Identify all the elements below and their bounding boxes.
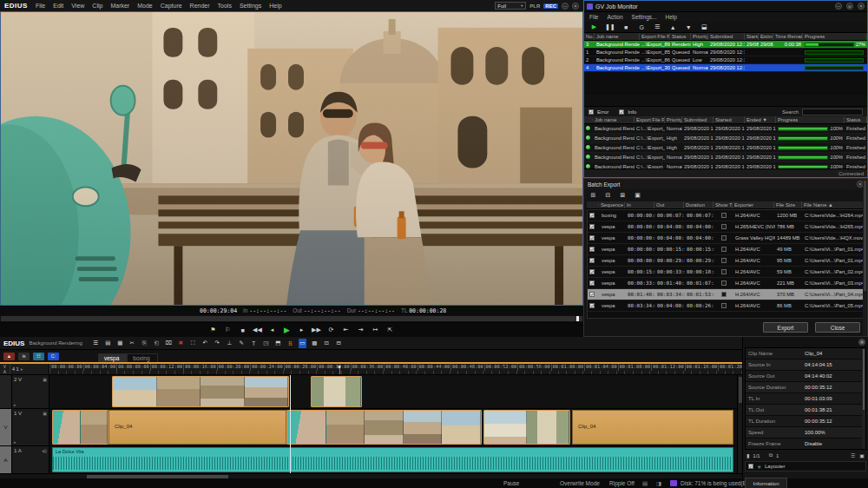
ripple-mode-label[interactable]: Ripple Off: [609, 480, 635, 486]
menu-item[interactable]: Settings: [240, 3, 261, 9]
show-tc-checkbox[interactable]: ✓: [721, 247, 727, 252]
show-tc-checkbox[interactable]: ✓: [721, 235, 727, 241]
track-expand-icon[interactable]: ▸: [14, 402, 16, 407]
menu-item[interactable]: Help: [269, 3, 281, 9]
track-expand-icon[interactable]: ▸: [14, 439, 16, 445]
preview-minimize-button[interactable]: –: [562, 3, 569, 10]
title-tool-icon[interactable]: T: [250, 339, 258, 348]
jm-menu-item[interactable]: Help: [665, 14, 676, 20]
Background Rendering...[interactable]: 2 Background Rendering... ...\Export_86.…: [584, 56, 867, 64]
menu-item[interactable]: Tools: [218, 3, 232, 9]
batch-row[interactable]: ✓ vespa 00:00:15:00 00:00:33:02 00:00:18…: [588, 267, 864, 278]
batch-row-checkbox[interactable]: ✓: [589, 224, 595, 229]
set-between-inout-icon[interactable]: ▭: [299, 339, 306, 348]
batch-row[interactable]: ✓ vespa 00:01:40:23 00:03:34:04 00:01:53…: [588, 289, 864, 300]
insert-mode-icon[interactable]: ≋: [18, 353, 30, 360]
detail-view-icon[interactable]: ▣: [859, 452, 865, 458]
effects-icon[interactable]: ◳: [262, 339, 270, 348]
undo-icon[interactable]: ↶: [201, 339, 209, 348]
goto-marker-icon[interactable]: ↦: [371, 326, 380, 335]
track-1a-header[interactable]: 1 A◂)): [12, 446, 49, 473]
copy-icon[interactable]: ⎘: [141, 339, 148, 348]
add-cut-point-icon[interactable]: ⊥: [226, 339, 233, 348]
menu-item[interactable]: View: [71, 3, 84, 9]
menu-item[interactable]: Render: [190, 3, 210, 9]
show-tc-checkbox[interactable]: ✓: [721, 303, 727, 308]
timeline-menu-icon[interactable]: ☰: [92, 339, 100, 348]
batch-row[interactable]: ✓ boxing 00:00:00:00 00:06:07:11 00:06:0…: [588, 210, 864, 221]
timeline-clip[interactable]: Clip_04: [108, 410, 286, 445]
timeline-clip[interactable]: [52, 410, 108, 445]
menu-item[interactable]: File: [36, 3, 45, 9]
preview-close-button[interactable]: ×: [572, 3, 579, 10]
select-mode-icon[interactable]: ⛶: [189, 339, 197, 348]
ripple-delete-icon[interactable]: ⌧: [165, 339, 173, 348]
loop-icon[interactable]: ⟳: [326, 326, 336, 335]
sync-mode-icon[interactable]: ▲: [3, 353, 15, 360]
export-icon[interactable]: ⊡: [323, 339, 331, 348]
menu-item[interactable]: Edit: [53, 3, 63, 9]
audio-clip[interactable]: La Dolce Vita: [52, 447, 733, 472]
jm-menu-item[interactable]: Settings...: [632, 14, 657, 20]
redo-icon[interactable]: ↷: [214, 339, 221, 348]
delete-icon[interactable]: ✖: [177, 339, 185, 348]
jm-close-button[interactable]: ×: [858, 3, 865, 10]
finished-jobs-header[interactable]: Job name Export File Path Priority Submi…: [584, 116, 867, 124]
batch-scrollbar[interactable]: [863, 179, 867, 336]
info-scrollbar[interactable]: [862, 348, 865, 449]
active-jobs-header[interactable]: No. Job name Export File Path Status Pri…: [584, 33, 867, 41]
display-mode-icon[interactable]: ▤: [642, 480, 648, 487]
open-project-icon[interactable]: ▤: [104, 339, 112, 348]
set-in-marker-icon[interactable]: ⚑: [208, 326, 218, 335]
track-2v-header[interactable]: 2 V▣▸: [12, 375, 49, 408]
info-checkbox[interactable]: ✓: [619, 109, 624, 115]
batch-row-checkbox[interactable]: ✓: [589, 235, 595, 241]
capture-icon[interactable]: ⊟: [335, 339, 343, 348]
close-button[interactable]: Close: [815, 322, 860, 333]
mixer-icon[interactable]: B: [286, 339, 294, 348]
frame-forward-icon[interactable]: ▸: [297, 326, 306, 335]
track-1v-select-strip[interactable]: V: [0, 409, 12, 445]
timeline-clip[interactable]: [311, 376, 362, 407]
Background Rendering...[interactable]: 1 Background Rendering... ...\Export_85.…: [584, 49, 867, 56]
menu-item[interactable]: Mode: [137, 3, 153, 9]
rewind-icon[interactable]: ◀◀: [253, 326, 262, 335]
layouter-checkbox[interactable]: ✓: [748, 464, 753, 469]
export-jobs-icon[interactable]: ⬓: [700, 23, 709, 32]
track-patch-panel[interactable]: VA 4 1▸: [0, 364, 49, 374]
search-input[interactable]: [802, 109, 863, 115]
pause-jobs-icon[interactable]: ❚❚: [605, 23, 615, 32]
information-tab[interactable]: Information: [745, 478, 787, 488]
audio-sync-icon[interactable]: ☷: [33, 353, 44, 360]
timeline-ruler[interactable]: 00:00:00:0000:00:04:0000:00:08:0000:00:1…: [49, 364, 742, 374]
save-project-icon[interactable]: ▦: [116, 339, 124, 348]
remove-from-batch-icon[interactable]: ⊟: [603, 191, 613, 201]
menu-item[interactable]: Clip: [92, 3, 102, 9]
change-exporter-icon[interactable]: ▣: [633, 191, 642, 201]
Background Rendering...[interactable]: Background Rendering... C:\...\Export_01…: [584, 153, 867, 162]
overwrite-mode-label[interactable]: Overwrite Mode: [560, 480, 600, 486]
trim-mode-icon[interactable]: ✎: [238, 339, 246, 348]
track-1a-select-strip[interactable]: A: [0, 446, 12, 473]
playhead-line[interactable]: [290, 375, 291, 473]
priority-up-icon[interactable]: ▲: [668, 23, 678, 32]
sequence-tab[interactable]: boxing: [127, 353, 157, 362]
Background Rendering...[interactable]: 4 Background Rendering... ...\Export_30.…: [584, 64, 867, 72]
export-frame-icon[interactable]: ⇱: [385, 326, 395, 335]
track-2v-select-strip[interactable]: [0, 375, 12, 408]
job-list-icon[interactable]: ☰: [653, 23, 662, 32]
batch-row[interactable]: ✓ vespa 00:00:00:00 00:04:00:19 00:04:00…: [588, 233, 864, 244]
Background Rendering...[interactable]: Background Rendering... C:\...\Export_07…: [584, 134, 867, 143]
set-out-marker-icon[interactable]: ⚐: [223, 326, 233, 335]
batch-row-checkbox[interactable]: ✓: [589, 303, 595, 308]
show-tc-checkbox[interactable]: ✓: [721, 224, 727, 229]
priority-down-icon[interactable]: ▼: [684, 23, 694, 32]
track-1v-content[interactable]: Clip_04 Clip_04: [49, 409, 742, 445]
batch-row[interactable]: ✓ vespa 00:00:33:02 00:01:40:23 00:01:07…: [588, 278, 864, 289]
show-tc-checkbox[interactable]: ✓: [721, 280, 727, 286]
show-tc-checkbox[interactable]: ✓: [721, 269, 727, 274]
stop-jobs-icon[interactable]: ■: [621, 23, 631, 32]
batch-row-checkbox[interactable]: ✓: [589, 280, 595, 286]
stop-icon[interactable]: ■: [238, 326, 247, 335]
paste-icon[interactable]: ⎗: [153, 339, 161, 348]
